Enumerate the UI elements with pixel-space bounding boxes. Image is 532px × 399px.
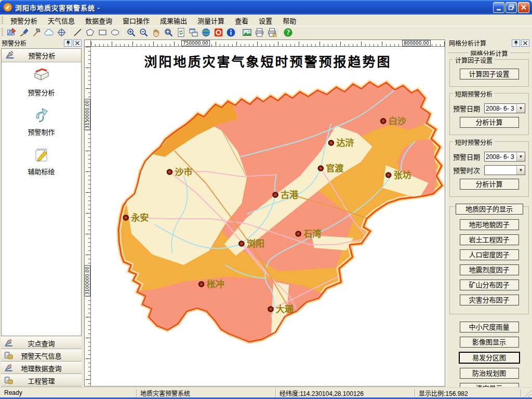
assist-plot-icon <box>32 145 51 164</box>
city-label: 张坊 <box>394 170 411 180</box>
resize-grip[interactable] <box>525 390 531 397</box>
rectangle-icon[interactable] <box>96 27 109 38</box>
cloud-icon[interactable] <box>43 27 55 38</box>
locate-icon[interactable] <box>55 27 68 38</box>
menu-item-2[interactable]: 数据查询 <box>80 14 117 27</box>
short-term-group-label: 短期预警分析 <box>453 89 495 98</box>
menu-item-8[interactable]: 帮助 <box>277 14 301 27</box>
city-label: 浏阳 <box>247 238 264 249</box>
short-term-date-row: 预警日期 2008- 6- 3 ▼ <box>453 103 525 113</box>
panel-item-2[interactable]: 辅助标绘 <box>2 145 81 176</box>
panel-item-0[interactable]: 预警分析 <box>2 66 81 97</box>
city-label: 白沙 <box>389 116 406 126</box>
menu-item-7[interactable]: 设置 <box>254 14 277 27</box>
factor-button-0[interactable]: 地形地貌因子 <box>460 219 519 230</box>
display-button-1[interactable]: 影像图显示 <box>460 337 519 348</box>
menu-item-0[interactable]: 预警分析 <box>5 14 43 27</box>
short-term-date-combobox[interactable]: 2008- 6- 3 ▼ <box>484 103 525 113</box>
menu-grip[interactable] <box>2 17 3 24</box>
warning-making-icon <box>32 106 51 125</box>
print-icon[interactable] <box>253 27 265 38</box>
pan-icon[interactable] <box>150 27 162 38</box>
menu-item-3[interactable]: 窗口操作 <box>117 14 155 27</box>
title-bar[interactable]: 浏阳市地质灾害预警系统 - <box>0 0 532 15</box>
hammer-icon[interactable] <box>30 27 43 38</box>
menu-item-5[interactable]: 测量计算 <box>192 14 230 27</box>
short-time-period-label: 预警时次 <box>453 165 484 175</box>
left-panel-header: 预警分析 <box>0 38 83 48</box>
info-icon[interactable] <box>224 27 237 38</box>
menu-item-4[interactable]: 成果输出 <box>155 14 192 27</box>
panel-item-1[interactable]: 预警制作 <box>2 106 81 137</box>
city-marker-center <box>388 174 390 176</box>
panel-bottom-bar-label: 地理数据查询 <box>17 363 66 373</box>
chevron-down-icon[interactable]: ▼ <box>516 166 525 175</box>
display-button-2[interactable]: 易发分区图 <box>459 352 520 364</box>
chevron-down-icon[interactable]: ▼ <box>516 104 525 113</box>
pin-button[interactable] <box>64 39 72 47</box>
factor-button-3[interactable]: 地震烈度因子 <box>460 264 519 275</box>
panel-bottom-bar-2[interactable]: 地理数据查询 <box>1 362 82 374</box>
short-time-period-combobox[interactable]: ▼ <box>484 165 525 175</box>
toolbar-separator <box>69 28 70 37</box>
panel-bottom-bar-0[interactable]: 灾点查询 <box>1 337 82 349</box>
zoom-out-icon[interactable] <box>137 27 150 38</box>
factor-button-2[interactable]: 人口密度因子 <box>460 249 519 260</box>
print-setup-icon[interactable] <box>265 27 278 38</box>
zoom-window-icon[interactable] <box>162 27 175 38</box>
short-time-analyze-button[interactable]: 分析计算 <box>460 179 519 190</box>
factor-button-1[interactable]: 岩土工程因子 <box>460 234 519 245</box>
menu-item-6[interactable]: 查看 <box>230 14 254 27</box>
city-marker-center <box>320 167 322 169</box>
chevron-down-icon[interactable]: ▼ <box>516 152 525 161</box>
city-label: 达浒 <box>336 138 354 148</box>
toolbar-separator <box>280 28 280 37</box>
map-pick-icon[interactable] <box>5 27 18 38</box>
minimize-button[interactable] <box>493 2 504 13</box>
help-icon[interactable]: ? <box>282 27 294 38</box>
map-canvas[interactable]: 白沙达浒官渡张坊沙市古港永安石湾浏阳枨冲大瑶 浏阳地质灾害气象短时预警预报趋势图 <box>91 47 445 386</box>
brush-icon[interactable] <box>18 27 30 38</box>
ellipse-icon[interactable] <box>109 27 121 38</box>
image-icon[interactable] <box>241 27 253 38</box>
city-marker-center <box>382 120 384 122</box>
geo-factor-display-button[interactable]: 地质因子的显示 <box>456 204 523 215</box>
menu-item-1[interactable]: 天气信息 <box>43 14 80 27</box>
factor-button-4[interactable]: 矿山分布因子 <box>460 280 519 290</box>
disaster-query-icon <box>4 338 14 348</box>
short-term-date-value: 2008- 6- 3 <box>485 104 516 113</box>
factor-setting-button[interactable]: 计算因子设置 <box>460 69 519 79</box>
short-term-analyze-button[interactable]: 分析计算 <box>460 117 519 128</box>
panel-bottom-bar-3[interactable]: 工程管理 <box>1 374 82 387</box>
right-panel: 网格分析计算 网格分析计算 计算因子设置 计算因子设置 短期预警分析 预警日期 … <box>446 38 532 387</box>
city-marker-center <box>274 194 276 196</box>
stop-icon[interactable] <box>212 27 224 38</box>
panel-bottom-bar-1[interactable]: 预警天气信息 <box>1 349 82 362</box>
status-ready: Ready <box>1 389 135 397</box>
short-time-date-combobox[interactable]: 2008- 6- 3 ▼ <box>484 152 525 162</box>
right-panel-close-button[interactable] <box>521 39 529 47</box>
geo-factor-group: 地质因子的显示 地形地貌因子岩土工程因子人口密度因子地震烈度因子矿山分布因子灾害… <box>449 206 529 314</box>
left-panel-close-button[interactable] <box>73 39 82 47</box>
factor-button-5[interactable]: 灾害分布因子 <box>460 295 519 305</box>
close-button[interactable] <box>518 2 529 13</box>
globe-icon[interactable] <box>200 27 212 38</box>
left-panel-section-header[interactable]: 预警分析 <box>2 49 81 62</box>
line-icon[interactable] <box>71 27 84 38</box>
pin-button[interactable] <box>512 39 520 47</box>
restore-button[interactable] <box>506 2 517 13</box>
short-time-date-row: 预警日期 2008- 6- 3 ▼ <box>453 152 525 162</box>
toolbar-grip[interactable] <box>2 29 3 36</box>
city-label: 大瑶 <box>276 304 294 314</box>
map-svg[interactable]: 白沙达浒官渡张坊沙市古港永安石湾浏阳枨冲大瑶 <box>91 47 445 386</box>
display-button-3[interactable]: 防治规划图 <box>460 368 519 379</box>
factor-setting-group-label: 计算因子设置 <box>453 56 495 64</box>
panel-bottom-bar-label: 工程管理 <box>17 376 66 385</box>
display-button-0[interactable]: 中小尺度雨量 <box>460 322 519 332</box>
short-time-period-row: 预警时次 ▼ <box>453 165 525 175</box>
zoom-in-icon[interactable] <box>125 27 137 38</box>
polygon-icon[interactable] <box>84 27 96 38</box>
short-term-warning-group: 短期预警分析 预警日期 2008- 6- 3 ▼ 分析计算 <box>449 93 529 135</box>
copy-window-icon[interactable] <box>187 27 200 38</box>
refresh-icon[interactable] <box>175 27 187 38</box>
